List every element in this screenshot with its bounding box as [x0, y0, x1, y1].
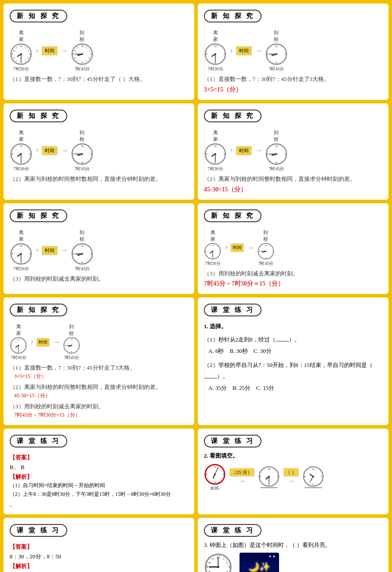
section-title-10: 课 堂 练 习 — [204, 435, 261, 447]
svg-text:12: 12 — [275, 45, 278, 48]
svg-point-151 — [312, 476, 314, 477]
svg-text:3: 3 — [284, 153, 286, 155]
svg-text:12: 12 — [81, 45, 83, 48]
svg-text:10: 10 — [74, 50, 76, 52]
svg-text:11: 11 — [211, 557, 214, 560]
clock-right-2: 到校 12 3 6 9 7时45分 — [265, 29, 288, 72]
text-content-4: （2）离家与到校的时间整时数相同，直接求分钟时刻的差。 — [204, 175, 382, 184]
svg-point-143 — [268, 476, 270, 477]
svg-point-15 — [20, 53, 22, 55]
svg-text:11: 11 — [16, 47, 18, 49]
clock-time-2: 7时45分 — [74, 66, 90, 72]
section-title-3: 新 知 探 究 — [10, 110, 67, 122]
section-title-1: 新 知 探 究 — [10, 10, 67, 22]
text-content-2: （1）直接数一数，7：30到7：45分针走了3大格。 — [204, 75, 382, 84]
svg-text:6: 6 — [276, 161, 277, 164]
svg-text:3: 3 — [90, 153, 91, 155]
clock-night: 12 3 6 9 1 2 4 5 7 8 10 11 — [204, 553, 232, 572]
clock-row-1: 离家 12 3 6 9 1 2 4 5 7 8 10 11 — [10, 29, 188, 72]
svg-point-79 — [276, 153, 277, 155]
svg-text:3: 3 — [29, 153, 31, 155]
svg-point-55 — [20, 153, 22, 155]
svg-point-95 — [81, 253, 83, 255]
answer-red-2: 3×5=15（分） — [204, 86, 382, 94]
svg-text:9: 9 — [304, 475, 305, 478]
card-xinzhi-3: 新 知 探 究 离家 12 3 6 9 7时30分 ? 时间 → — [4, 103, 194, 200]
card-xinzhi-5: 新 知 探 究 离家 12 3 6 9 7时30分 ? 时间 → — [4, 203, 194, 294]
section-title-12: 课 堂 练 习 — [204, 524, 261, 537]
clock-row-2: 离家 12 3 6 9 7时30分 ? 时间 → 到校 — [204, 29, 382, 72]
svg-text:9: 9 — [73, 153, 74, 155]
section-title-7: 新 知 探 究 — [10, 304, 67, 316]
section-title-5: 新 知 探 究 — [10, 209, 67, 222]
night-image: 🌙✨ ★ ★ ★ — [240, 553, 279, 572]
svg-text:9: 9 — [12, 153, 13, 155]
answer-red-6: 7时45分－7时30分＝15（分） — [204, 280, 382, 288]
svg-text:9: 9 — [12, 53, 13, 55]
choice-row-1: （1）秒针从2走到8，经过（）。 A. 6秒 B. 30秒 C. 30分 — [204, 334, 382, 357]
section-title-8: 课 堂 练 习 — [204, 304, 261, 316]
clock-svg-1: 12 3 6 9 1 2 4 5 7 8 10 11 — [10, 43, 33, 66]
arrow-box-1: 时间 — [42, 46, 58, 55]
svg-text:3: 3 — [284, 53, 286, 55]
clock-svg-2: 12 3 6 9 1 2 4 5 7 8 10 11 — [71, 43, 94, 66]
svg-text:9: 9 — [206, 53, 207, 55]
svg-text:9: 9 — [206, 153, 207, 155]
text-content-5: （3）用到校的时刻减去离家的时刻。 — [10, 275, 188, 284]
svg-text:12: 12 — [214, 145, 217, 147]
card-summary: 新 知 探 究 离家 12 3 6 9 7时30分 ? 时间 → — [4, 297, 194, 425]
svg-text:12: 12 — [214, 45, 217, 48]
text-content-1: （1）直接数一数，7：30到7：45分针走了（ ）大格。 — [10, 75, 188, 84]
svg-text:6: 6 — [312, 483, 314, 486]
fill-heading: 2. 看图填空。 — [204, 452, 382, 460]
card-ketang-fill: 课 堂 练 习 2. 看图填空。 12 3 6 9 8:05 — [198, 429, 388, 514]
svg-text:9: 9 — [207, 565, 208, 569]
section-title-4: 新 知 探 究 — [204, 110, 261, 122]
svg-text:3: 3 — [321, 475, 322, 478]
clock-time-1: 7时30分 — [14, 66, 29, 72]
svg-text:3: 3 — [90, 53, 91, 55]
svg-text:12: 12 — [18, 338, 20, 341]
svg-text:12: 12 — [312, 468, 315, 470]
answer-content-1: B、 B — [10, 463, 188, 471]
section-title-2: 新 知 探 究 — [204, 10, 261, 22]
answer-label-2: 【答案】 — [10, 543, 188, 551]
svg-point-63 — [81, 153, 83, 155]
arrow-2: → — [254, 46, 262, 55]
section-title-9: 课 堂 练 习 — [10, 435, 67, 447]
svg-text:6: 6 — [214, 481, 216, 484]
svg-text:1: 1 — [223, 557, 224, 560]
svg-text:9: 9 — [73, 53, 74, 55]
svg-text:12: 12 — [81, 245, 83, 247]
answer-content-2: 8：30，20分，8：50 — [10, 553, 188, 561]
text-content-6: （3）用到校的时刻减去离家的时刻。 — [204, 269, 382, 279]
svg-text:11: 11 — [76, 47, 79, 49]
svg-text:9: 9 — [73, 253, 74, 255]
card-xinzhi-1: 新 知 探 究 离家 12 3 6 9 1 2 4 5 7 8 10 11 — [4, 4, 194, 100]
card-ketang-answer2: 课 堂 练 习 【答案】 8：30，20分，8：50 【解析】 — [4, 518, 194, 572]
explain-label-2: 【解析】 — [10, 562, 188, 570]
svg-point-71 — [214, 153, 216, 155]
svg-text:9: 9 — [267, 153, 268, 155]
arrow-1: → — [60, 46, 68, 55]
card-xinzhi-6: 新 知 探 究 离家 12 3 6 9 7时30分 ? 时间 → — [198, 203, 388, 294]
svg-text:12: 12 — [20, 145, 22, 147]
svg-point-39 — [214, 53, 216, 55]
svg-text:8: 8 — [209, 570, 210, 572]
svg-text:12: 12 — [268, 468, 270, 470]
svg-text:3: 3 — [229, 565, 230, 569]
svg-text:3: 3 — [29, 253, 31, 255]
answer-red-4: 45-30=15（分） — [204, 186, 382, 194]
svg-text:3: 3 — [277, 475, 278, 478]
main-grid: 新 知 探 究 离家 12 3 6 9 1 2 4 5 7 8 10 11 — [0, 0, 392, 572]
card-ketang-1: 课 堂 练 习 1. 选择。 （1）秒针从2走到8，经过（）。 A. 6秒 B.… — [198, 297, 388, 425]
text-content-3: （2）离家与到校的时间整时数相同，直接求分钟时刻的差。 — [10, 175, 188, 184]
svg-text:12: 12 — [214, 465, 216, 468]
choice-row-2: （2）学校的早自习从7：50开始，到8：15结束，早自习的时间是（）。 A. 3… — [204, 359, 382, 394]
clock-row-3: 离家 12 3 6 9 7时30分 ? 时间 → 到校 — [10, 129, 188, 172]
section-title-11: 课 堂 练 习 — [10, 524, 67, 537]
card-ketang-answer: 课 堂 练 习 【答案】 B、 B 【解析】 （1）自习时间=结束的时间－开始的… — [4, 429, 194, 514]
clock-left-2: 离家 12 3 6 9 7时30分 — [204, 29, 227, 72]
clock-right-1: 到校 12 3 6 9 1 2 4 5 7 8 10 11 — [71, 29, 94, 72]
svg-text:3: 3 — [90, 253, 91, 255]
